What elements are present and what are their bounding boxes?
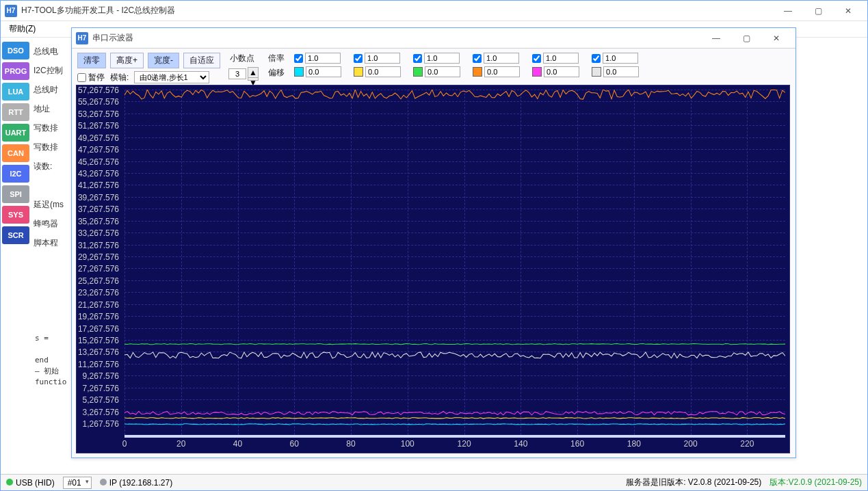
app-icon: H7 [5,5,17,17]
status-server: 服务器是旧版本: V2.0.8 (2021-09-25) [626,477,761,488]
sidebar-lua[interactable]: LUA [2,83,29,101]
sidebar-i2c[interactable]: I2C [2,165,29,183]
sidebar-spi[interactable]: SPI [2,185,29,203]
ch4-color-icon [532,67,542,77]
close-button[interactable]: ✕ [833,2,863,20]
width-button[interactable]: 宽度- [148,53,179,68]
ch2-color-icon [413,67,423,77]
x-scale-bar [124,435,785,438]
pause-checkbox[interactable]: 暂停 [77,72,105,83]
offset-label: 偏移 [267,67,286,79]
trace-ch-white [124,352,785,358]
ch3-enable[interactable] [473,54,482,63]
decimal-spinner[interactable]: ▲▼ [248,67,259,81]
scope-close-button[interactable]: ✕ [761,29,791,47]
decimal-label: 小数点 [228,53,256,64]
menu-help[interactable]: 帮助(Z) [5,22,40,36]
trace-ch-green [124,344,785,345]
status-ip: IP (192.168.1.27) [100,478,173,488]
sidebar-uart[interactable]: UART [2,124,29,142]
background-labels: 总线电I2C控制总线时地址写数排写数排读数:延迟(ms蜂鸣器脚本程 [31,38,72,490]
maximize-button[interactable]: ▢ [803,2,833,20]
ch3-offset[interactable] [484,66,520,77]
sidebar-prog[interactable]: PROG [2,62,29,80]
scope-plot[interactable]: 57,267.57655,267.57653,267.57651,267.576… [76,85,790,453]
sidebar: DSOPROGLUARTTUARTCANI2CSPISYSSCR [1,38,31,490]
status-version: 版本:V2.0.9 (2021-09-25) [770,477,862,488]
sidebar-can[interactable]: CAN [2,144,29,162]
scope-titlebar: H7 串口示波器 — ▢ ✕ [72,28,795,49]
statusbar: USB (HID) #01 IP (192.168.1.27) 服务器是旧版本:… [1,474,867,490]
sidebar-sys[interactable]: SYS [2,206,29,224]
minimize-button[interactable]: — [773,2,803,20]
ch3-rate[interactable] [484,53,519,64]
height-button[interactable]: 高度+ [110,53,144,68]
clear-button[interactable]: 清零 [77,53,106,68]
code-preview: s = end — 初始 functio [35,333,72,388]
ch4-offset[interactable] [544,66,579,77]
ch1-rate[interactable] [365,53,400,64]
decimal-input[interactable] [228,68,246,79]
haxis-label: 横轴: [109,72,130,83]
haxis-select[interactable]: 由0递增,步长1 [134,71,209,83]
trace-ch-yellow [124,418,785,419]
status-usb: USB (HID) [6,478,55,488]
main-title: H7-TOOL多功能开发工具 - I2C总线控制器 [21,5,773,16]
scope-minimize-button[interactable]: — [701,29,731,47]
ch1-offset[interactable] [365,66,401,77]
scope-icon: H7 [76,32,88,44]
scope-window: H7 串口示波器 — ▢ ✕ 清零 高度+ 宽度- 自适应 暂停 横轴: 由0递… [71,27,796,458]
ch0-enable[interactable] [294,54,303,63]
scope-maximize-button[interactable]: ▢ [731,29,761,47]
sidebar-rtt[interactable]: RTT [2,103,29,121]
scope-title: 串口示波器 [92,32,701,44]
trace-ch-orange [124,90,785,99]
ch4-rate[interactable] [543,53,579,64]
autofit-button[interactable]: 自适应 [183,53,220,68]
rate-label: 倍率 [267,53,286,64]
ch5-enable[interactable] [592,54,601,63]
ch0-rate[interactable] [305,53,341,64]
ch2-offset[interactable] [425,66,460,77]
ch5-offset[interactable] [603,66,639,77]
ch2-rate[interactable] [424,53,460,64]
ch5-color-icon [592,67,601,77]
main-titlebar: H7 H7-TOOL多功能开发工具 - I2C总线控制器 — ▢ ✕ [1,1,867,21]
status-device-combo[interactable]: #01 [63,477,92,489]
ch1-color-icon [354,67,363,77]
ch0-color-icon [294,67,304,77]
ch2-enable[interactable] [413,54,422,63]
trace-ch-cyan [124,424,785,425]
trace-ch-magenta [124,411,785,414]
ch5-rate[interactable] [603,53,638,64]
ch1-enable[interactable] [354,54,363,63]
ch0-offset[interactable] [306,66,341,77]
sidebar-dso[interactable]: DSO [2,42,29,59]
ch4-enable[interactable] [532,54,541,63]
ch3-color-icon [473,67,482,77]
sidebar-scr[interactable]: SCR [2,226,29,244]
